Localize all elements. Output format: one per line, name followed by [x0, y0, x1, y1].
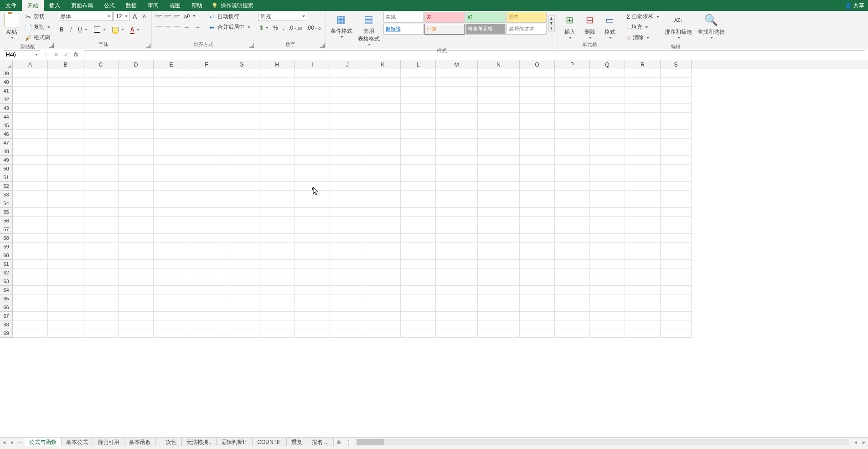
underline-button[interactable]: U: [76, 26, 89, 34]
orientation-button[interactable]: [182, 12, 197, 20]
font-size-combo[interactable]: 12: [114, 12, 130, 21]
bulb-icon: [212, 2, 218, 9]
format-icon: [603, 13, 617, 27]
chevron-down-icon: [47, 26, 50, 28]
fill-color-button[interactable]: [110, 26, 126, 33]
border-button[interactable]: [92, 26, 108, 34]
ribbon-tab-页面布局[interactable]: 页面布局: [66, 0, 98, 11]
sort-filter-button[interactable]: 排序和筛选: [663, 12, 694, 40]
align-center-button[interactable]: [164, 24, 172, 31]
bold-button[interactable]: B: [58, 26, 66, 34]
cancel-button[interactable]: [51, 52, 61, 58]
italic-button[interactable]: I: [68, 26, 73, 34]
accounting-button[interactable]: [258, 24, 270, 32]
cell-style-0[interactable]: 常规: [383, 12, 424, 23]
conditional-format-icon: [335, 13, 348, 26]
merge-icon: [208, 24, 216, 31]
comma-button[interactable]: [281, 24, 286, 32]
ribbon-tab-公式[interactable]: 公式: [98, 0, 120, 11]
ribbon-tab-帮助[interactable]: 帮助: [186, 0, 208, 11]
group-cells: 插入 删除 格式 单元格: [558, 11, 622, 49]
border-icon: [94, 26, 100, 33]
dialog-launcher-alignment[interactable]: [249, 43, 254, 48]
formula-expand-button[interactable]: ⋮: [41, 52, 51, 58]
fill-button[interactable]: 填充: [625, 22, 661, 32]
align-middle-button[interactable]: [164, 12, 172, 20]
align-bottom-button[interactable]: [173, 12, 181, 20]
group-alignment: 自动换行 合并后居中 对齐方式: [152, 11, 255, 49]
autosum-button[interactable]: 自动求和: [625, 12, 661, 21]
find-select-button[interactable]: 查找和选择: [696, 12, 727, 40]
decrease-decimal-button[interactable]: [305, 24, 322, 32]
ribbon-tab-数据[interactable]: 数据: [120, 0, 142, 11]
dialog-launcher-font[interactable]: [146, 43, 150, 48]
outdent-icon: [184, 24, 190, 31]
group-label-font: 字体: [58, 40, 149, 49]
cell-style-2[interactable]: 好: [465, 12, 506, 23]
increase-decimal-icon: [289, 25, 302, 31]
ribbon-tab-文件[interactable]: 文件: [0, 0, 22, 11]
share-button[interactable]: 共享: [845, 2, 864, 10]
insert-function-button[interactable]: fx: [71, 52, 81, 58]
chevron-down-icon: [85, 29, 88, 31]
ribbon-tab-视图[interactable]: 视图: [164, 0, 186, 11]
format-painter-button[interactable]: 格式刷: [23, 33, 52, 42]
decrease-indent-button[interactable]: [182, 23, 191, 31]
wrap-text-button[interactable]: 自动换行: [207, 12, 252, 21]
cell-style-4[interactable]: 超链接: [383, 24, 424, 35]
cut-button[interactable]: 剪切: [23, 12, 52, 21]
paste-button[interactable]: 粘贴: [3, 12, 21, 40]
grow-font-button[interactable]: [131, 12, 140, 21]
group-clipboard: 粘贴 剪切 复制 格式刷 剪贴板: [0, 11, 55, 49]
ribbon-tab-插入[interactable]: 插入: [44, 0, 66, 11]
cell-style-5[interactable]: 计算: [424, 24, 465, 35]
sigma-icon: [627, 14, 630, 20]
chevron-down-icon: [103, 29, 106, 31]
tell-me-search[interactable]: 操作说明搜索: [212, 2, 253, 10]
increase-indent-button[interactable]: [192, 23, 202, 31]
gallery-up-button[interactable]: ▲: [549, 16, 554, 21]
format-as-table-button[interactable]: 套用 表格格式: [356, 12, 382, 46]
merge-center-button[interactable]: 合并后居中: [207, 22, 252, 32]
dialog-launcher-number[interactable]: [320, 43, 325, 48]
font-name-combo[interactable]: 黑体: [58, 12, 113, 21]
clear-button[interactable]: 清除: [625, 33, 661, 42]
share-label: 共享: [853, 2, 864, 10]
shrink-font-button[interactable]: [141, 12, 149, 21]
conditional-formatting-button[interactable]: 条件格式: [329, 12, 354, 39]
shrink-font-icon: [143, 13, 147, 20]
gallery-scroll: ▲ ▼ ▾: [548, 15, 555, 31]
align-left-button[interactable]: [155, 24, 163, 31]
person-icon: [845, 2, 852, 9]
percent-icon: [273, 25, 278, 31]
group-editing: 自动求和 填充 清除 排序和筛选 查找和选择 编辑: [622, 11, 729, 49]
delete-cells-button[interactable]: 删除: [581, 12, 599, 40]
chevron-down-icon: [121, 29, 124, 31]
gallery-more-button[interactable]: ▾: [549, 26, 554, 31]
gallery-down-button[interactable]: ▼: [549, 21, 554, 26]
scissors-icon: [25, 13, 32, 21]
enter-button[interactable]: [61, 52, 71, 58]
group-label-cells: 单元格: [561, 40, 619, 49]
font-color-button[interactable]: A: [129, 26, 142, 34]
number-format-combo[interactable]: 常规: [258, 12, 307, 21]
grow-font-icon: [133, 13, 138, 20]
copy-button[interactable]: 复制: [23, 22, 52, 32]
cell-style-3[interactable]: 适中: [506, 12, 547, 23]
group-number: 常规 数字: [255, 11, 326, 49]
cell-style-6[interactable]: 检查单元格: [465, 24, 506, 35]
ribbon-tab-开始[interactable]: 开始: [22, 0, 44, 11]
percent-button[interactable]: [271, 24, 280, 32]
dialog-launcher-clipboard[interactable]: [49, 43, 54, 48]
align-right-button[interactable]: [173, 24, 181, 31]
align-top-button[interactable]: [155, 12, 163, 20]
name-box[interactable]: H46: [4, 50, 40, 59]
ribbon-tab-审阅[interactable]: 审阅: [142, 0, 164, 11]
cell-style-1[interactable]: 差: [424, 12, 465, 23]
cell-style-7[interactable]: 解释性文本: [506, 24, 547, 35]
horizontal-align-group: [155, 24, 181, 31]
group-label-styles: 样式: [329, 46, 555, 55]
increase-decimal-button[interactable]: [287, 24, 304, 32]
format-cells-button[interactable]: 格式: [601, 12, 619, 40]
insert-cells-button[interactable]: 插入: [561, 12, 579, 40]
